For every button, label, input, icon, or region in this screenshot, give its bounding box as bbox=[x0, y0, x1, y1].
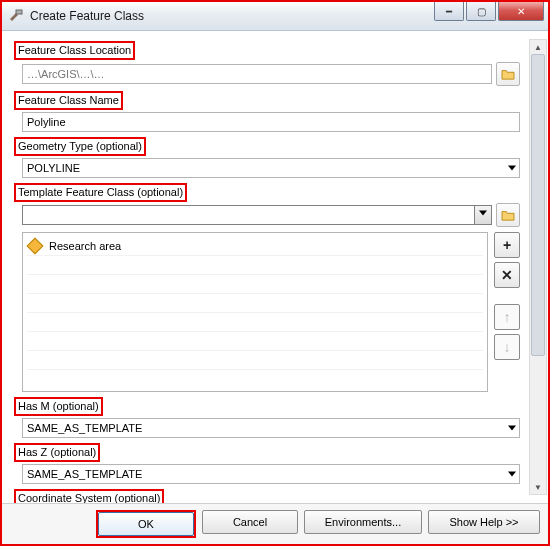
maximize-button[interactable]: ▢ bbox=[466, 2, 496, 21]
window: Create Feature Class ━ ▢ ✕ ▲ ▼ Feature C… bbox=[2, 2, 548, 544]
close-icon: ✕ bbox=[517, 6, 525, 17]
environments-label: Environments... bbox=[325, 516, 401, 528]
polygon-icon bbox=[27, 238, 44, 255]
x-icon: ✕ bbox=[501, 267, 513, 283]
feature-class-location-input[interactable]: …\ArcGIS\…\… bbox=[22, 64, 492, 84]
label-feature-class-location: Feature Class Location bbox=[14, 41, 135, 60]
window-buttons: ━ ▢ ✕ bbox=[434, 2, 548, 30]
ok-button[interactable]: OK bbox=[98, 512, 194, 536]
form-content: Feature Class Location …\ArcGIS\…\… Feat… bbox=[14, 39, 520, 503]
template-feature-class-select[interactable] bbox=[22, 205, 492, 225]
show-help-label: Show Help >> bbox=[449, 516, 518, 528]
close-button[interactable]: ✕ bbox=[498, 2, 544, 21]
feature-class-name-input[interactable]: Polyline bbox=[22, 112, 520, 132]
label-coord-system: Coordinate System (optional) bbox=[14, 489, 164, 503]
add-item-button[interactable]: + bbox=[494, 232, 520, 258]
cancel-button[interactable]: Cancel bbox=[202, 510, 298, 534]
label-has-z: Has Z (optional) bbox=[14, 443, 100, 462]
ok-label: OK bbox=[138, 518, 154, 530]
remove-item-button[interactable]: ✕ bbox=[494, 262, 520, 288]
maximize-icon: ▢ bbox=[477, 6, 486, 17]
browse-template-button[interactable] bbox=[496, 203, 520, 227]
arrow-down-icon: ↓ bbox=[504, 339, 511, 355]
geometry-type-value: POLYLINE bbox=[27, 162, 80, 174]
has-z-select[interactable]: SAME_AS_TEMPLATE bbox=[22, 464, 520, 484]
label-feature-class-name: Feature Class Name bbox=[14, 91, 123, 110]
chevron-down-icon bbox=[508, 426, 516, 431]
chevron-down-icon bbox=[508, 472, 516, 477]
plus-icon: + bbox=[503, 237, 511, 253]
geometry-type-select[interactable]: POLYLINE bbox=[22, 158, 520, 178]
vertical-scrollbar[interactable]: ▲ ▼ bbox=[529, 39, 547, 495]
browse-location-button[interactable] bbox=[496, 62, 520, 86]
chevron-down-icon bbox=[474, 206, 491, 224]
window-title: Create Feature Class bbox=[30, 9, 434, 23]
minimize-icon: ━ bbox=[446, 6, 452, 17]
chevron-down-icon bbox=[508, 166, 516, 171]
list-item[interactable]: Research area bbox=[27, 237, 483, 256]
move-up-button[interactable]: ↑ bbox=[494, 304, 520, 330]
arrow-up-icon: ↑ bbox=[504, 309, 511, 325]
has-z-value: SAME_AS_TEMPLATE bbox=[27, 468, 142, 480]
label-geometry-type: Geometry Type (optional) bbox=[14, 137, 146, 156]
template-list[interactable]: Research area bbox=[22, 232, 488, 392]
show-help-button[interactable]: Show Help >> bbox=[428, 510, 540, 534]
cancel-label: Cancel bbox=[233, 516, 267, 528]
feature-class-name-value: Polyline bbox=[27, 116, 66, 128]
minimize-button[interactable]: ━ bbox=[434, 2, 464, 21]
has-m-value: SAME_AS_TEMPLATE bbox=[27, 422, 142, 434]
feature-class-location-value: …\ArcGIS\…\… bbox=[27, 68, 105, 80]
dialog-body: ▲ ▼ Feature Class Location …\ArcGIS\…\… … bbox=[2, 31, 548, 503]
svg-rect-0 bbox=[16, 10, 22, 14]
dialog-footer: OK Cancel Environments... Show Help >> bbox=[2, 503, 548, 544]
titlebar[interactable]: Create Feature Class ━ ▢ ✕ bbox=[2, 2, 548, 31]
folder-icon bbox=[501, 68, 515, 80]
outer-highlight: Create Feature Class ━ ▢ ✕ ▲ ▼ Feature C… bbox=[0, 0, 550, 546]
ok-highlight: OK bbox=[96, 510, 196, 538]
folder-icon bbox=[501, 209, 515, 221]
hammer-icon bbox=[8, 8, 24, 24]
move-down-button[interactable]: ↓ bbox=[494, 334, 520, 360]
environments-button[interactable]: Environments... bbox=[304, 510, 422, 534]
list-buttons: + ✕ ↑ ↓ bbox=[494, 232, 520, 392]
label-has-m: Has M (optional) bbox=[14, 397, 103, 416]
list-item-label: Research area bbox=[49, 240, 121, 252]
has-m-select[interactable]: SAME_AS_TEMPLATE bbox=[22, 418, 520, 438]
scroll-thumb[interactable] bbox=[531, 54, 545, 356]
label-template-feature-class: Template Feature Class (optional) bbox=[14, 183, 187, 202]
scroll-down-icon[interactable]: ▼ bbox=[530, 480, 546, 494]
scroll-up-icon[interactable]: ▲ bbox=[530, 40, 546, 54]
